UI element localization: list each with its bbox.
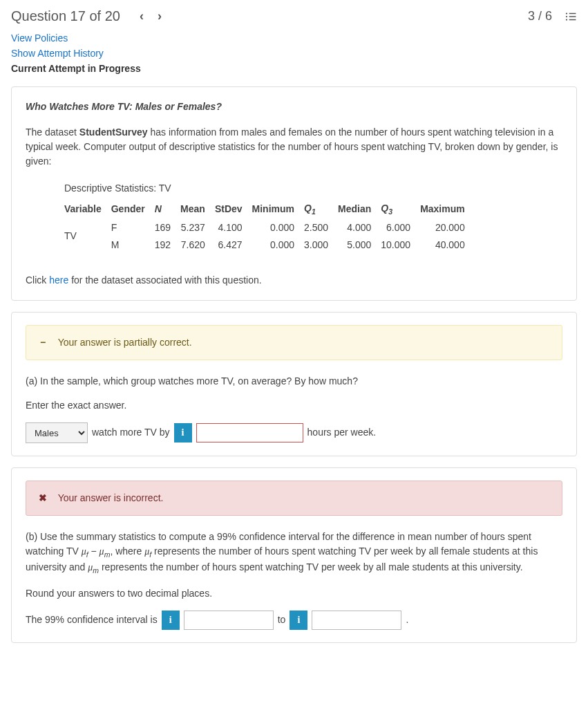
question-description: The dataset StudentSurvey has informatio… bbox=[26, 125, 562, 169]
ci-label: The 99% confidence interval is bbox=[26, 613, 158, 627]
question-subtitle: Who Watches More TV: Males or Females? bbox=[26, 100, 562, 114]
group-dropdown[interactable]: Males bbox=[26, 422, 88, 443]
difference-input[interactable] bbox=[196, 423, 303, 442]
round-instruction: Round your answers to two decimal places… bbox=[26, 586, 562, 601]
feedback-text: Your answer is partially correct. bbox=[58, 337, 192, 348]
to-label: to bbox=[278, 613, 286, 627]
view-policies-link[interactable]: View Policies bbox=[11, 32, 577, 44]
feedback-partial: − Your answer is partially correct. bbox=[26, 325, 562, 360]
info-icon[interactable]: i bbox=[290, 611, 307, 630]
show-attempt-history-link[interactable]: Show Attempt History bbox=[11, 48, 577, 59]
part-b-prompt: (b) Use the summary statistics to comput… bbox=[26, 530, 562, 577]
prev-question-button[interactable]: ‹ bbox=[133, 9, 151, 24]
x-icon: ✖ bbox=[37, 491, 48, 505]
ci-lower-input[interactable] bbox=[184, 611, 274, 630]
period: . bbox=[406, 613, 408, 627]
question-list-icon[interactable] bbox=[565, 10, 577, 23]
info-icon[interactable]: i bbox=[162, 611, 180, 630]
statistics-block: Descriptive Statistics: TV Variable Gend… bbox=[64, 181, 562, 254]
part-b-panel: ✖ Your answer is incorrect. (b) Use the … bbox=[11, 467, 577, 643]
ci-upper-input[interactable] bbox=[312, 611, 401, 630]
table-row: TV F 169 5.237 4.100 0.000 2.500 4.000 6… bbox=[64, 219, 475, 236]
question-intro-panel: Who Watches More TV: Males or Females? T… bbox=[11, 86, 577, 301]
table-header-row: Variable Gender N Mean StDev Minimum Q1 … bbox=[64, 200, 475, 219]
tail-text: hours per week. bbox=[307, 425, 377, 440]
current-attempt-label: Current Attempt in Progress bbox=[0, 63, 588, 81]
mid-text: watch more TV by bbox=[92, 425, 170, 440]
part-a-prompt: (a) In the sample, which group watches m… bbox=[26, 374, 562, 389]
table-row: M 192 7.620 6.427 0.000 3.000 5.000 10.0… bbox=[64, 236, 475, 254]
dataset-link-line: Click here for the dataset associated wi… bbox=[26, 273, 562, 288]
feedback-incorrect: ✖ Your answer is incorrect. bbox=[26, 481, 562, 516]
stats-caption: Descriptive Statistics: TV bbox=[64, 181, 562, 196]
info-icon[interactable]: i bbox=[174, 423, 192, 442]
dataset-link[interactable]: here bbox=[49, 274, 68, 286]
question-title: Question 17 of 20 bbox=[11, 8, 120, 24]
part-a-panel: − Your answer is partially correct. (a) … bbox=[11, 312, 577, 456]
stats-table: Variable Gender N Mean StDev Minimum Q1 … bbox=[64, 200, 475, 254]
feedback-text: Your answer is incorrect. bbox=[58, 492, 164, 503]
next-question-button[interactable]: › bbox=[151, 9, 169, 24]
score-display: 3 / 6 bbox=[528, 9, 552, 24]
minus-icon: − bbox=[37, 335, 48, 350]
enter-exact-label: Enter the exact answer. bbox=[26, 398, 562, 413]
